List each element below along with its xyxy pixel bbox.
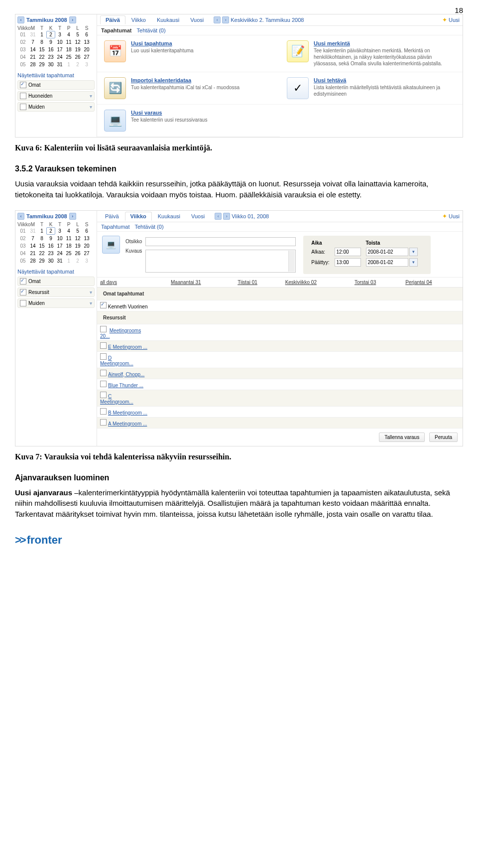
resource-row[interactable]: Blue Thunder ... [97, 379, 168, 390]
tab-day[interactable]: Päivä [100, 15, 125, 24]
panel-import[interactable]: 🔄 Importoi kalenteridataaTuo kalenterita… [97, 72, 280, 105]
sidebar-section-title: Näytettävät tapahtumat [17, 269, 95, 275]
sidebar-item-muiden[interactable]: Muiden▾ [17, 298, 95, 308]
next-icon[interactable]: › [222, 16, 229, 23]
resource-row[interactable]: DMeetingroom... [97, 351, 168, 368]
booking-heading: Ajanvarauksen luominen [15, 473, 463, 482]
panel-new-event[interactable]: 📅 Uusi tapahtumaLuo uusi kalenteritapaht… [97, 35, 280, 72]
chevron-down-icon[interactable]: ▾ [90, 93, 92, 99]
scrollbar-thumb[interactable] [288, 252, 294, 260]
start-date-input[interactable]: 2008-01-02 [366, 248, 408, 256]
resource-row[interactable]: B Meetingroom ... [97, 406, 168, 417]
start-time-input[interactable]: 12:00 [335, 248, 361, 256]
checkbox-icon[interactable] [100, 342, 107, 349]
fig6-sidebar: ‹ Tammikuu 2008 › Viikko M T K T P L S 0… [15, 14, 97, 137]
chevron-down-icon[interactable]: ▾ [90, 300, 92, 306]
next-month-icon[interactable]: › [69, 16, 76, 23]
day-header[interactable]: Torstai 03 [352, 278, 402, 288]
checkbox-icon[interactable] [100, 408, 107, 415]
subtab-tehtavat[interactable]: Tehtävät (0) [137, 27, 166, 33]
day-header[interactable]: Perjantai 04 [402, 278, 463, 288]
sidebar-section-title: Näytettävät tapahtumat [17, 72, 95, 78]
checkbox-icon[interactable] [20, 82, 26, 88]
calendar-icon: 📅 [104, 40, 126, 62]
checkbox-icon[interactable] [20, 289, 26, 295]
sync-icon: 🔄 [104, 77, 126, 99]
day-header[interactable]: Maanantai 31 [168, 278, 235, 288]
month-label: Tammikuu 2008 [26, 213, 67, 219]
res-section: Resurssit [100, 313, 460, 322]
sidebar-item-muiden[interactable]: Muiden▾ [17, 102, 95, 112]
end-time-input[interactable]: 13:00 [335, 258, 361, 267]
subtab-tapahtumat[interactable]: Tapahtumat [101, 224, 129, 230]
booking-body: Uusi ajanvaraus –kalenterimerkintätyyppi… [15, 487, 463, 520]
checkbox-icon[interactable] [20, 93, 26, 99]
new-button[interactable]: ✦Uusi [442, 213, 460, 220]
aika-header: Aika [309, 240, 331, 246]
selected-day[interactable]: 2 [46, 31, 55, 38]
panel-new-booking[interactable]: 💻 Uusi varausTee kalenteriin uusi resurs… [97, 105, 280, 137]
task-icon: ✓ [287, 77, 309, 99]
subtab-tapahtumat[interactable]: Tapahtumat [101, 27, 132, 33]
resource-row[interactable]: Airwolf, Chopp... [97, 368, 168, 379]
time-panel: AikaToista Alkaa: 12:00 2008-01-02▾ Päät… [303, 236, 430, 274]
prev-icon[interactable]: ‹ [214, 16, 221, 23]
chevron-down-icon[interactable]: ▾ [90, 104, 92, 110]
checkbox-icon[interactable] [20, 300, 26, 306]
tab-year[interactable]: Vuosi [186, 212, 210, 220]
checkbox-icon[interactable] [100, 419, 107, 426]
checkbox-icon[interactable] [100, 353, 107, 360]
checkbox-icon[interactable] [100, 381, 107, 387]
res-group[interactable]: Meetingrooms20... [97, 324, 168, 340]
own-section: Omat tapahtumat [100, 289, 460, 298]
resource-row[interactable]: A Meetingroom ... [97, 417, 168, 428]
desc-textarea[interactable] [145, 250, 296, 273]
sidebar-item-omat[interactable]: Omat [17, 277, 95, 286]
panel-new-note[interactable]: 📝 Uusi merkintäTee kalenteriin päiväkoht… [280, 35, 463, 72]
own-item[interactable]: Kenneth Vuorinen [97, 300, 168, 311]
checkbox-icon[interactable] [100, 302, 107, 308]
date-display: Keskiviikko 2. Tammikuu 2008 [231, 17, 304, 23]
tab-month[interactable]: Kuukausi [152, 16, 184, 24]
checkbox-icon[interactable] [20, 278, 26, 285]
tab-month[interactable]: Kuukausi [153, 212, 185, 220]
prev-month-icon[interactable]: ‹ [17, 213, 24, 220]
checkbox-icon[interactable] [100, 392, 107, 398]
prev-month-icon[interactable]: ‹ [17, 16, 24, 23]
fig7-sidebar: ‹ Tammikuu 2008 › ViikkoMTKTPLS 01311234… [15, 211, 97, 446]
tab-day[interactable]: Päivä [100, 212, 124, 220]
title-input[interactable] [145, 237, 296, 246]
dropdown-icon[interactable]: ▾ [409, 258, 418, 267]
figure-7-caption: Kuva 7: Varauksia voi tehdä kalenterissa… [15, 452, 463, 461]
end-date-input[interactable]: 2008-01-02 [366, 258, 408, 267]
laptop-icon: 💻 [102, 236, 120, 254]
panel-new-task[interactable]: ✓ Uusi tehtäväLista kalenteriin määritel… [280, 72, 463, 105]
day-header[interactable]: Tiistai 01 [235, 278, 282, 288]
new-button[interactable]: ✦Uusi [442, 16, 460, 23]
checkbox-icon[interactable] [20, 104, 26, 110]
next-month-icon[interactable]: › [69, 213, 76, 220]
next-icon[interactable]: › [223, 213, 230, 220]
sidebar-item-omat[interactable]: Omat [17, 80, 95, 90]
all-days-header[interactable]: all days [97, 278, 168, 288]
tab-year[interactable]: Vuosi [185, 16, 209, 24]
chevron-down-icon[interactable]: ▾ [90, 289, 92, 295]
page-number: 18 [455, 6, 463, 14]
checkbox-icon[interactable] [100, 326, 107, 332]
checkbox-icon[interactable] [100, 370, 107, 376]
tab-week[interactable]: Viikko [125, 212, 152, 221]
note-icon: 📝 [287, 40, 309, 62]
resource-row[interactable]: CMeetingroom... [97, 390, 168, 406]
tab-week[interactable]: Viikko [126, 16, 151, 24]
prev-icon[interactable]: ‹ [215, 213, 222, 220]
subtab-tehtavat[interactable]: Tehtävät (0) [134, 224, 163, 230]
section-352-heading: 3.5.2 Varauksen tekeminen [15, 164, 463, 173]
fronter-logo: >> fronter [15, 534, 463, 547]
day-header[interactable]: Keskiviikko 02 [282, 278, 352, 288]
resource-row[interactable]: E Meetingroom ... [97, 340, 168, 351]
sidebar-item-huoneiden[interactable]: Huoneiden▾ [17, 91, 95, 101]
cancel-button[interactable]: Peruuta [429, 433, 458, 442]
sidebar-item-resurssit[interactable]: Resurssit▾ [17, 288, 95, 297]
dropdown-icon[interactable]: ▾ [409, 248, 418, 256]
save-button[interactable]: Tallenna varaus [379, 433, 425, 442]
